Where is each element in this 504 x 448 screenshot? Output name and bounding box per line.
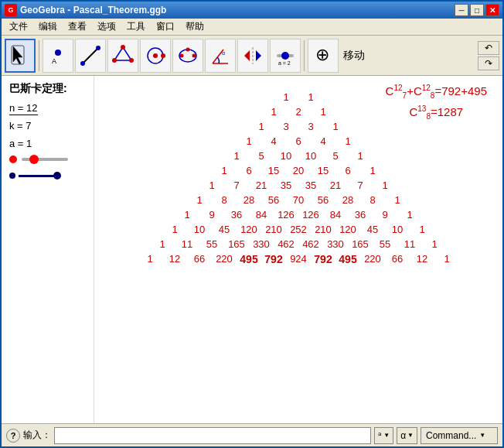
command-label: Command... xyxy=(426,430,476,441)
pascal-cell: 252 xyxy=(289,224,308,235)
pascal-cell: 12 xyxy=(165,253,184,265)
slider-icon: a = 2 xyxy=(274,45,296,67)
pascal-cell: 1 xyxy=(153,238,172,250)
pascal-cell: 56 xyxy=(314,194,332,206)
menubar: 文件 编辑 查看 选项 工具 窗口 帮助 xyxy=(2,19,502,36)
close-button[interactable]: ✕ xyxy=(485,4,499,16)
svg-marker-21 xyxy=(244,50,250,61)
superscript-label: ᵃ xyxy=(378,430,382,441)
pascal-cell: 28 xyxy=(240,194,258,206)
a-label: a = 1 xyxy=(9,138,32,149)
pascal-cell: 462 xyxy=(277,238,295,250)
a-slider-thumb[interactable] xyxy=(29,155,39,164)
svg-marker-22 xyxy=(256,50,261,61)
menu-help[interactable]: 帮助 xyxy=(181,19,209,35)
main-window: G GeoGebra - Pascal_Theorem.ggb ─ □ ✕ 文件… xyxy=(0,0,504,448)
pascal-cell: 84 xyxy=(326,209,345,221)
pascal-cell: 20 xyxy=(289,165,308,176)
pascal-cell: 15 xyxy=(314,165,332,176)
superscript-dropdown[interactable]: ᵃ ▼ xyxy=(374,427,393,444)
pascal-cell: 1 xyxy=(178,209,196,221)
svg-point-16 xyxy=(186,47,190,51)
menu-edit[interactable]: 编辑 xyxy=(34,19,62,35)
maximize-button[interactable]: □ xyxy=(470,4,484,16)
pascal-cell: 330 xyxy=(252,238,271,250)
command-dropdown[interactable]: Command... ▼ xyxy=(421,427,498,444)
chevron-down-icon: ▼ xyxy=(383,432,390,439)
pascal-cell: 11 xyxy=(178,238,196,250)
tool-reflect[interactable] xyxy=(237,39,268,73)
pascal-cell: 120 xyxy=(339,224,357,235)
tool-line[interactable] xyxy=(75,39,106,73)
pascal-cell: 1 xyxy=(363,165,382,176)
pascal-cell: 35 xyxy=(301,180,320,191)
pascal-cell: 15 xyxy=(264,165,283,176)
pascal-cell: 9 xyxy=(376,209,394,221)
minimize-button[interactable]: ─ xyxy=(455,4,468,16)
menu-tools[interactable]: 工具 xyxy=(122,19,150,35)
pascal-cell: 10 xyxy=(301,150,320,162)
undo-redo-controls: ↶ ↷ xyxy=(478,41,499,70)
a-slider-track[interactable] xyxy=(22,158,68,161)
pascal-row-3: 14641 xyxy=(240,135,357,147)
polygon-icon xyxy=(112,45,134,67)
alpha-label: α xyxy=(400,430,406,441)
toolbar-separator2 xyxy=(304,40,305,71)
menu-file[interactable]: 文件 xyxy=(5,19,32,35)
line-icon xyxy=(80,45,101,67)
pascal-cell: 11 xyxy=(400,238,419,250)
chevron-down-icon2: ▼ xyxy=(407,432,414,439)
pascal-cell: 4 xyxy=(264,135,283,147)
statusbar: ? 输入： ᵃ ▼ α ▼ Command... ▼ xyxy=(2,423,502,446)
tool-move-canvas[interactable]: ⊕ xyxy=(308,39,339,73)
menu-view[interactable]: 查看 xyxy=(63,19,91,35)
pascal-cell: 924 xyxy=(289,253,308,265)
pascal-cell: 3 xyxy=(301,121,320,132)
a-slider-section: a = 1 xyxy=(9,138,86,163)
pascal-row-8: 193684126126843691 xyxy=(178,209,419,221)
redo-button[interactable]: ↷ xyxy=(478,56,499,70)
pascal-cell: 84 xyxy=(252,209,271,221)
menu-window[interactable]: 窗口 xyxy=(152,19,179,35)
tool-circle[interactable] xyxy=(140,39,171,73)
chevron-down-icon3: ▼ xyxy=(479,432,485,439)
help-button[interactable]: ? xyxy=(6,429,20,443)
svg-point-12 xyxy=(161,53,165,58)
tool-angle[interactable]: α xyxy=(205,39,236,73)
command-input[interactable] xyxy=(54,427,371,444)
pascal-cell: 6 xyxy=(289,135,308,147)
a-slider-dot xyxy=(9,156,17,163)
svg-text:⊕: ⊕ xyxy=(315,45,329,64)
tool-point[interactable]: A xyxy=(43,39,73,73)
pascal-cell: 56 xyxy=(264,194,283,206)
move-canvas-icon: ⊕ xyxy=(312,45,334,67)
tool-polygon[interactable] xyxy=(107,39,138,73)
a-slider-row: a = 1 xyxy=(9,138,86,149)
pascal-cell: 1 xyxy=(339,135,357,147)
menu-options[interactable]: 选项 xyxy=(93,19,121,35)
alpha-dropdown[interactable]: α ▼ xyxy=(397,427,417,444)
pascal-cell: 21 xyxy=(326,180,345,191)
pascal-cell: 1 xyxy=(264,106,283,118)
point-icon: A xyxy=(47,45,69,67)
tool-slider[interactable]: a = 2 xyxy=(270,39,301,73)
pascal-cell: 1 xyxy=(301,91,320,103)
svg-point-9 xyxy=(112,58,117,63)
app-icon: G xyxy=(5,4,17,16)
window-title: GeoGebra - Pascal_Theorem.ggb xyxy=(20,5,455,15)
pascal-cell: 8 xyxy=(215,194,233,206)
window-controls: ─ □ ✕ xyxy=(455,4,499,16)
pascal-cell: 1 xyxy=(400,209,419,221)
pascal-cell: 220 xyxy=(215,253,233,265)
pascal-cell: 1 xyxy=(252,121,271,132)
b-slider-thumb[interactable] xyxy=(53,172,61,180)
tool-cursor[interactable] xyxy=(5,39,36,73)
tool-conic[interactable] xyxy=(172,39,203,73)
pascal-cell: 210 xyxy=(314,224,332,235)
pascal-cell: 45 xyxy=(363,224,382,235)
undo-button[interactable]: ↶ xyxy=(478,41,499,55)
b-slider-track[interactable] xyxy=(19,175,57,177)
main-area: 巴斯卡定理: n = 12 k = 7 a = 1 xyxy=(2,76,502,423)
svg-point-5 xyxy=(96,46,100,50)
pascal-cell: 165 xyxy=(351,238,369,250)
